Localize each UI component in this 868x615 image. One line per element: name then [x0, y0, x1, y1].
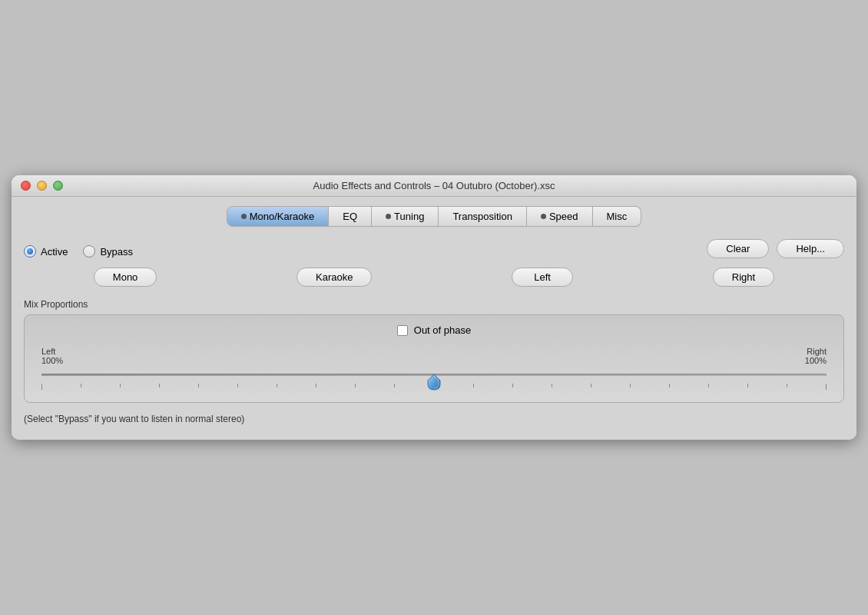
tab-speed[interactable]: Speed	[527, 206, 593, 227]
out-of-phase-label: Out of phase	[414, 324, 471, 336]
tab-dot-tuning	[386, 214, 391, 219]
help-button[interactable]: Help...	[777, 239, 844, 258]
radio-bypass[interactable]: Bypass	[83, 245, 133, 258]
mix-box: Out of phase Left 100% Right 100%	[24, 314, 844, 403]
traffic-lights	[21, 181, 63, 191]
minimize-button[interactable]	[37, 181, 47, 191]
mix-section-label: Mix Proportions	[24, 299, 844, 310]
left-channel-label: Left 100%	[41, 347, 63, 365]
radio-active[interactable]: Active	[24, 245, 68, 258]
left-button[interactable]: Left	[512, 268, 573, 287]
slider-track	[41, 374, 827, 376]
out-of-phase-row: Out of phase	[37, 324, 831, 336]
radio-active-dot	[27, 248, 33, 254]
slider-container: Left 100% Right 100%	[37, 347, 831, 390]
zoom-button[interactable]	[53, 181, 63, 191]
controls-row: Active Bypass Clear Help...	[24, 239, 844, 258]
slider-track-wrapper	[41, 367, 827, 382]
radio-active-label: Active	[41, 246, 68, 258]
channel-row: Mono Karaoke Left Right	[24, 268, 844, 287]
tab-mono-karaoke[interactable]: Mono/Karaoke	[227, 206, 330, 227]
top-right-buttons: Clear Help...	[707, 239, 844, 258]
slider-thumb-icon	[427, 374, 441, 391]
tab-eq[interactable]: EQ	[329, 206, 372, 227]
titlebar: Audio Effects and Controls – 04 Outubro …	[12, 175, 856, 197]
radio-bypass-circle	[83, 245, 95, 258]
radio-active-circle	[24, 245, 36, 258]
tab-dot-speed	[541, 214, 546, 219]
main-window: Audio Effects and Controls – 04 Outubro …	[12, 175, 856, 440]
mix-slider-thumb[interactable]	[427, 374, 441, 391]
tab-bar: Mono/Karaoke EQ Tuning Transposition Spe…	[24, 206, 844, 227]
clear-button[interactable]: Clear	[707, 239, 769, 258]
window-title: Audio Effects and Controls – 04 Outubro …	[313, 180, 555, 191]
hint-text: (Select "Bypass" if you want to listen i…	[24, 414, 844, 424]
radio-bypass-label: Bypass	[100, 246, 133, 258]
mono-button[interactable]: Mono	[94, 268, 157, 287]
tab-misc[interactable]: Misc	[593, 206, 642, 227]
right-button[interactable]: Right	[713, 268, 774, 287]
karaoke-button[interactable]: Karaoke	[297, 268, 372, 287]
tab-transposition[interactable]: Transposition	[439, 206, 527, 227]
tab-tuning[interactable]: Tuning	[372, 206, 439, 227]
right-channel-label: Right 100%	[805, 347, 827, 365]
mix-section: Mix Proportions Out of phase Left 100%	[24, 299, 844, 403]
slider-labels: Left 100% Right 100%	[41, 347, 827, 365]
tab-dot-mono-karaoke	[241, 214, 247, 219]
close-button[interactable]	[21, 181, 31, 191]
out-of-phase-checkbox[interactable]	[397, 325, 408, 336]
radio-group: Active Bypass	[24, 239, 133, 258]
content-area: Mono/Karaoke EQ Tuning Transposition Spe…	[12, 197, 856, 440]
